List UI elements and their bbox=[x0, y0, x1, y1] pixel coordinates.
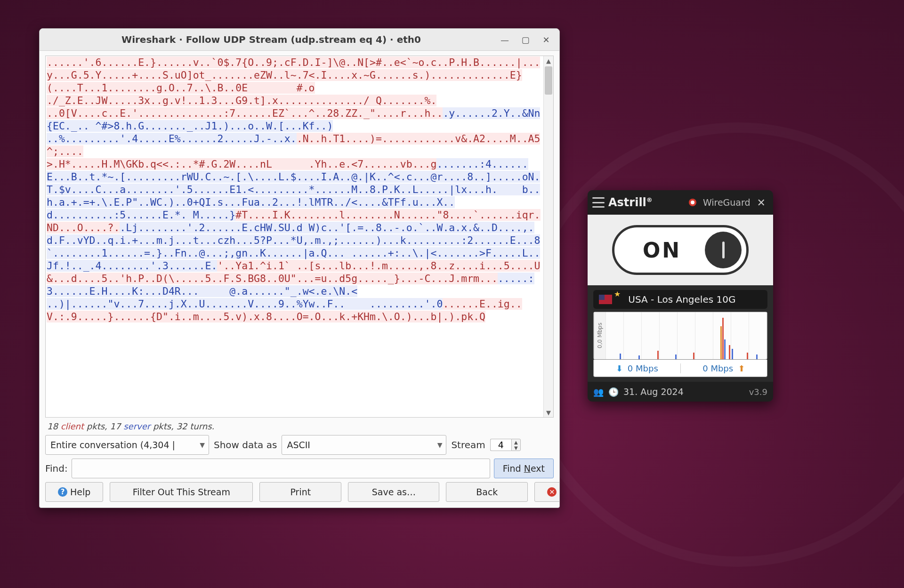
scroll-down-arrow-icon[interactable]: ▼ bbox=[544, 408, 553, 417]
wireshark-follow-stream-window: Wireshark · Follow UDP Stream (udp.strea… bbox=[39, 28, 560, 508]
help-icon: ? bbox=[58, 487, 67, 497]
client-pkts-count: 18 bbox=[47, 421, 58, 431]
graph-y-axis-label: 0,0 Mbps bbox=[594, 312, 605, 359]
conversation-scope-select[interactable]: Entire conversation (4,304 | ▼ bbox=[45, 435, 209, 455]
show-data-as-label: Show data as bbox=[214, 439, 277, 451]
speed-readout: ⬇ 0 Mbps 0 Mbps ⬆ bbox=[593, 360, 767, 377]
widget-close-button[interactable]: ✕ bbox=[754, 195, 768, 210]
window-title: Wireshark · Follow UDP Stream (udp.strea… bbox=[47, 34, 495, 45]
clock-icon: 🕒 bbox=[608, 387, 619, 397]
spin-down-icon[interactable]: ▼ bbox=[512, 445, 520, 451]
astrill-statusbar: 👥 🕒 31. Aug 2024 v3.9 bbox=[588, 382, 773, 402]
close-icon: ✕ bbox=[547, 487, 557, 497]
client-word: client bbox=[61, 421, 84, 431]
stream-spinbox[interactable]: ▲ ▼ bbox=[490, 439, 521, 451]
toggle-state-label: ON bbox=[619, 238, 705, 262]
print-button[interactable]: Print bbox=[259, 482, 341, 502]
connection-toggle-area: ON bbox=[588, 215, 773, 285]
minimize-button[interactable]: — bbox=[495, 32, 514, 47]
stream-dump-text[interactable]: ......'.6......E.}......v..`0$.7{O..9;.c… bbox=[46, 56, 543, 417]
stream-dump-panel: ......'.6......E.}......v..`0$.7{O..9;.c… bbox=[45, 56, 554, 418]
conversation-scope-value: Entire conversation (4,304 | bbox=[50, 440, 175, 450]
server-pkts-count: 17 bbox=[110, 421, 121, 431]
chevron-down-icon: ▼ bbox=[437, 441, 443, 449]
encoding-select[interactable]: ASCII ▼ bbox=[282, 435, 446, 455]
protocol-icon bbox=[689, 199, 696, 206]
server-word: server bbox=[123, 421, 150, 431]
download-arrow-icon: ⬇ bbox=[616, 363, 623, 373]
status-date: 31. Aug 2024 bbox=[623, 387, 684, 397]
connection-toggle[interactable]: ON bbox=[612, 225, 749, 275]
scroll-up-arrow-icon[interactable]: ▲ bbox=[544, 56, 553, 65]
find-input[interactable] bbox=[72, 459, 490, 478]
back-button[interactable]: Back bbox=[446, 482, 528, 502]
find-label: Find: bbox=[45, 463, 68, 474]
upload-speed: 0 Mbps ⬆ bbox=[680, 363, 767, 373]
dump-scrollbar[interactable]: ▲ ▼ bbox=[543, 56, 553, 417]
download-speed: ⬇ 0 Mbps bbox=[594, 363, 680, 373]
filter-out-stream-button[interactable]: Filter Out This Stream bbox=[110, 482, 253, 502]
toggle-knob-icon bbox=[705, 232, 742, 268]
traffic-graph: 0,0 Mbps bbox=[593, 312, 767, 360]
encoding-value: ASCII bbox=[287, 440, 310, 450]
close-button[interactable]: ✕ Close bbox=[534, 482, 560, 502]
graph-plot-area bbox=[605, 312, 767, 359]
version-label: v3.9 bbox=[749, 387, 767, 397]
server-selector[interactable]: ★ USA - Los Angeles 10G bbox=[593, 290, 767, 309]
scroll-thumb[interactable] bbox=[545, 66, 552, 95]
menu-icon[interactable] bbox=[592, 197, 605, 208]
find-next-button[interactable]: Find Next bbox=[494, 459, 554, 478]
astrill-brand: Astrill® bbox=[608, 196, 653, 209]
flag-us-icon bbox=[599, 295, 612, 304]
save-as-button[interactable]: Save as… bbox=[348, 482, 439, 502]
spin-up-icon[interactable]: ▲ bbox=[512, 439, 520, 445]
astrill-header: Astrill® WireGuard ✕ bbox=[588, 190, 773, 215]
stream-number-input[interactable] bbox=[490, 439, 511, 451]
window-close-button[interactable]: ✕ bbox=[537, 32, 556, 47]
server-name: USA - Los Angeles 10G bbox=[628, 294, 735, 305]
upload-arrow-icon: ⬆ bbox=[738, 363, 745, 373]
maximize-button[interactable]: ▢ bbox=[516, 32, 535, 47]
astrill-vpn-widget: Astrill® WireGuard ✕ ON ★ USA - Los Ange… bbox=[588, 190, 773, 402]
help-button[interactable]: ? Help bbox=[45, 482, 103, 502]
titlebar: Wireshark · Follow UDP Stream (udp.strea… bbox=[40, 29, 559, 51]
chevron-down-icon: ▼ bbox=[200, 441, 205, 449]
users-icon[interactable]: 👥 bbox=[593, 387, 604, 397]
stream-label: Stream bbox=[451, 439, 485, 451]
favorite-star-icon: ★ bbox=[614, 290, 621, 298]
packet-counts-label: 18 client pkts, 17 server pkts, 32 turns… bbox=[45, 421, 554, 431]
protocol-label[interactable]: WireGuard bbox=[703, 197, 751, 208]
